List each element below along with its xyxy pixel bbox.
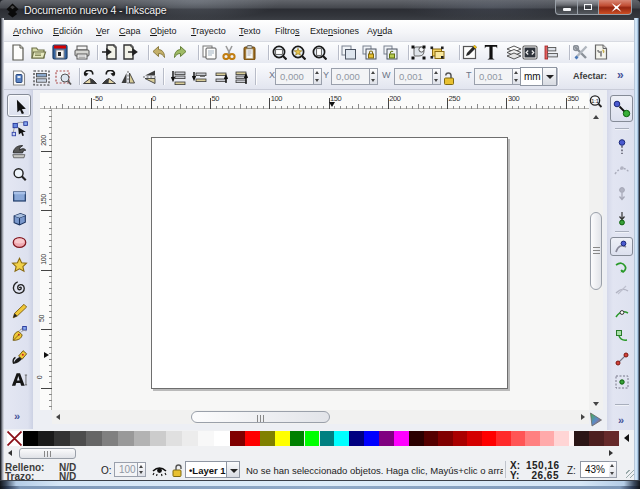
svg-text:1:1: 1:1 <box>591 98 599 104</box>
